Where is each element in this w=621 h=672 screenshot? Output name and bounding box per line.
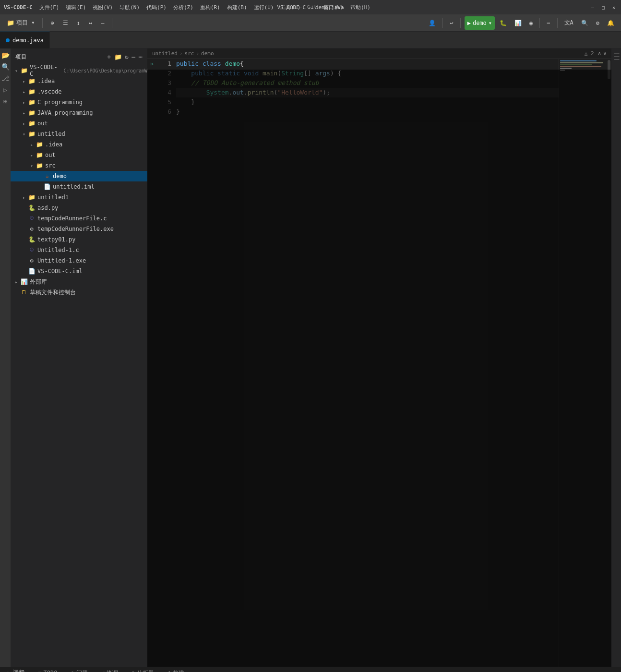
py-file-icon-textpy01: 🐍 xyxy=(28,236,36,243)
toolbar-list-icon[interactable]: ☰ xyxy=(60,16,71,30)
menu-edit[interactable]: 编辑(E) xyxy=(63,3,89,12)
code-line-3: // TODO Auto-generated method stub xyxy=(176,78,559,88)
tree-item-untitled1-exe[interactable]: ⚙ Untitled-1.exe xyxy=(11,255,147,266)
editor-scrollbar[interactable] xyxy=(607,59,611,667)
menu-refactor[interactable]: 重构(R) xyxy=(197,3,223,12)
menu-file[interactable]: 文件(F) xyxy=(36,3,62,12)
menu-code[interactable]: 代码(P) xyxy=(143,3,169,12)
project-dropdown[interactable]: 📁 项目 ▾ xyxy=(4,16,37,30)
tab-demo-java[interactable]: demo.java xyxy=(0,32,50,48)
tree-item-scratch-files[interactable]: 🗒 草稿文件和控制台 xyxy=(11,287,147,298)
folder-icon-vscode: 📁 xyxy=(28,88,36,96)
breadcrumb-item-1[interactable]: untitled xyxy=(152,50,178,57)
menu-view[interactable]: 视图(V) xyxy=(90,3,116,12)
undo-icon[interactable]: ↩ xyxy=(447,16,456,30)
tree-item-untitled-iml[interactable]: 📄 untitled.iml xyxy=(11,181,147,192)
tree-item-demo-java[interactable]: ☕ demo xyxy=(11,171,147,181)
bottom-tab-run[interactable]: ▶ 运行 xyxy=(5,667,27,672)
toolbar-expand-icon[interactable]: ↔ xyxy=(86,16,95,30)
breadcrumb-item-2[interactable]: src xyxy=(185,50,194,57)
bottom-tab-analyzer[interactable]: ⊘ 分析器 xyxy=(129,667,157,672)
tree-item-untitled[interactable]: 📁 untitled xyxy=(11,129,147,139)
maximize-button[interactable]: □ xyxy=(600,4,607,11)
toolbar-sort-icon[interactable]: ↕ xyxy=(74,16,83,30)
token-4-7: "HelloWorld" xyxy=(277,88,322,97)
menu-help[interactable]: 帮助(H) xyxy=(347,3,373,12)
token-4-8: ); xyxy=(322,88,330,97)
activity-search[interactable]: 🔍 xyxy=(0,62,10,72)
toolbar-separator-2 xyxy=(112,18,112,28)
token-2-6: String xyxy=(281,69,304,78)
sidebar-refresh-icon[interactable]: ↻ xyxy=(125,53,129,60)
profile2-icon[interactable]: 📊 xyxy=(512,16,525,30)
menu-analyze[interactable]: 分析(Z) xyxy=(170,3,196,12)
tree-item-untitled-src[interactable]: 📁 src xyxy=(11,160,147,171)
activity-extensions[interactable]: ⊞ xyxy=(0,96,10,106)
tree-item-untitled1-c[interactable]: © Untitled-1.c xyxy=(11,245,147,255)
debug-icon[interactable]: 🐛 xyxy=(497,16,510,30)
tree-item-asd-py[interactable]: 🐍 asd.py xyxy=(11,203,147,213)
breadcrumb-chevron-down[interactable]: ∨ xyxy=(603,50,607,57)
sidebar-settings-icon[interactable]: ⋯ xyxy=(139,53,143,60)
bottom-tab-build[interactable]: ♦ 构建 xyxy=(165,667,187,672)
tree-item-idea[interactable]: 📁 .idea xyxy=(11,76,147,86)
scrollbar-thumb[interactable] xyxy=(608,60,610,79)
tree-item-vscode[interactable]: 📁 .vscode xyxy=(11,86,147,97)
sidebar-new-folder-icon[interactable]: 📁 xyxy=(114,53,122,60)
menu-build[interactable]: 构建(B) xyxy=(224,3,250,12)
close-button[interactable]: ✕ xyxy=(610,4,617,11)
editor-area: untitled › src › demo △ 2 ∧ ∨ ▷ 1 xyxy=(147,48,611,667)
tree-item-java-programming[interactable]: 📁 JAVA_programming xyxy=(11,108,147,118)
translate-icon[interactable]: 文A xyxy=(561,16,576,30)
breadcrumb-sep-2: › xyxy=(196,50,199,57)
tree-item-textpy01[interactable]: 🐍 textpy01.py xyxy=(11,234,147,245)
tree-item-temp-c[interactable]: © tempCodeRunnerFile.c xyxy=(11,213,147,224)
toolbar-collapse-icon[interactable]: — xyxy=(98,16,107,30)
search-icon[interactable]: 🔍 xyxy=(578,16,591,30)
folder-icon-untitled1: 📁 xyxy=(28,193,36,201)
code-lines[interactable]: public class demo{ public static void ma… xyxy=(176,59,559,667)
settings-icon[interactable]: ⚙ xyxy=(593,16,602,30)
breadcrumb-item-3[interactable]: demo xyxy=(201,50,214,57)
bottom-tab-todo[interactable]: ≡ TODO xyxy=(35,667,60,672)
sidebar-new-file-icon[interactable]: + xyxy=(107,53,111,60)
minimap-line-5 xyxy=(560,68,572,69)
tree-item-untitled1[interactable]: 📁 untitled1 xyxy=(11,192,147,203)
run-line-1[interactable]: ▷ xyxy=(147,59,157,69)
line-num-4: 4 xyxy=(157,88,171,97)
coverage-icon[interactable]: ◉ xyxy=(526,16,536,30)
sidebar: 项目 + 📁 ↻ — ⋯ 📁 VS-CODE-C C:\Users\POG\De… xyxy=(11,48,147,667)
bottom-tab-problems[interactable]: ◎ 问题 xyxy=(68,667,90,672)
tree-item-temp-exe[interactable]: ⚙ tempCodeRunnerFile.exe xyxy=(11,224,147,234)
breadcrumb-chevron-up[interactable]: ∧ xyxy=(598,50,601,57)
right-panel-toggle[interactable]: ||| xyxy=(612,48,621,65)
arrow-untitled xyxy=(20,130,28,138)
label-c-programming: C programming xyxy=(37,99,83,106)
tree-item-external-lib[interactable]: 📊 外部库 xyxy=(11,276,147,287)
toolbar-more-icon[interactable]: ⋯ xyxy=(544,16,553,30)
py-file-icon-asd: 🐍 xyxy=(28,204,36,212)
activity-git[interactable]: ⎇ xyxy=(0,73,10,83)
tree-item-c-programming[interactable]: 📁 C programming xyxy=(11,97,147,108)
activity-debug[interactable]: ▷ xyxy=(0,85,10,95)
notifications-icon[interactable]: 🔔 xyxy=(604,16,617,30)
tree-item-vs-code-c-iml[interactable]: 📄 VS-CODE-C.iml xyxy=(11,266,147,276)
menu-run[interactable]: 运行(U) xyxy=(251,3,277,12)
menu-nav[interactable]: 导航(N) xyxy=(117,3,143,12)
gutter-empty-6 xyxy=(147,107,157,117)
profile-icon[interactable]: 👤 xyxy=(426,16,439,30)
toolbar-add-icon[interactable]: ⊕ xyxy=(48,16,57,30)
tree-item-vs-code-c[interactable]: 📁 VS-CODE-C C:\Users\POG\Desktop\program… xyxy=(11,65,147,76)
gutter-empty-5 xyxy=(147,97,157,107)
tree-item-untitled-idea[interactable]: 📁 .idea xyxy=(11,139,147,150)
run-button[interactable]: ▶ demo ▾ xyxy=(465,16,495,30)
minimize-button[interactable]: — xyxy=(589,4,596,11)
bottom-tab-terminal[interactable]: ✔ 终调 xyxy=(98,667,121,672)
activity-explorer[interactable]: 📂 xyxy=(0,50,10,60)
tree-item-out[interactable]: 📁 out xyxy=(11,118,147,129)
tree-item-untitled-out[interactable]: 📁 out xyxy=(11,150,147,160)
code-line-4: System.out.println("HelloWorld"); xyxy=(176,88,559,97)
sidebar-collapse-icon[interactable]: — xyxy=(131,53,135,60)
label-vs-code-c: VS-CODE-C xyxy=(30,64,60,77)
problems-tab-label: 问题 xyxy=(76,669,88,672)
